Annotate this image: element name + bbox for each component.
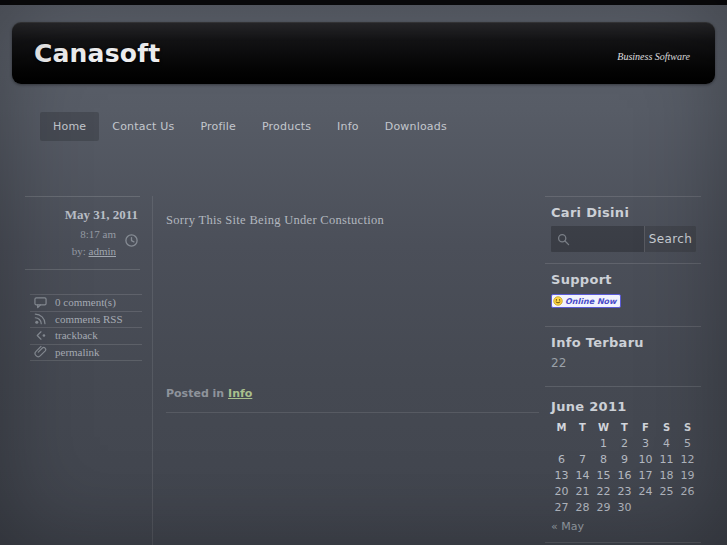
calendar-day: 30: [614, 499, 635, 515]
calendar-weekday: S: [656, 419, 677, 435]
permalink-icon: [34, 345, 47, 358]
search-icon: [557, 233, 570, 246]
category-link[interactable]: Info: [228, 387, 252, 400]
trackback-icon: [34, 329, 47, 342]
nav-item-info[interactable]: Info: [324, 112, 372, 141]
calendar-table: M T W T F S S 1 2 3: [551, 419, 698, 515]
post-divider: [166, 412, 539, 413]
nav-item-home[interactable]: Home: [40, 112, 99, 141]
search-widget-title: Cari Disini: [551, 205, 701, 220]
permalink-link[interactable]: permalink: [30, 345, 142, 362]
calendar-day: 18: [656, 467, 677, 483]
comments-link[interactable]: 0 comment(s): [30, 295, 142, 312]
calendar-day: 27: [551, 499, 572, 515]
search-bar: Search: [551, 226, 696, 252]
calendar-day: [551, 435, 572, 451]
post-date-block: May 31, 2011 8:17 am by: admin: [25, 196, 140, 270]
calendar-weekday: S: [677, 419, 698, 435]
main-nav: Home Contact Us Profile Products Info Do…: [40, 112, 460, 141]
calendar-day: [635, 499, 656, 515]
calendar-day: 15: [593, 467, 614, 483]
calendar-day: 19: [677, 467, 698, 483]
calendar-day: 11: [656, 451, 677, 467]
smiley-icon: [553, 296, 563, 306]
calendar-day: 1: [593, 435, 614, 451]
calendar-day: 13: [551, 467, 572, 483]
calendar-day: 28: [572, 499, 593, 515]
site-header: Canasoft Business Software: [12, 22, 715, 84]
calendar-day: 25: [656, 483, 677, 499]
calendar-week-row: 20 21 22 23 24 25 26: [551, 483, 698, 499]
info-terbaru-link[interactable]: 22: [551, 356, 701, 370]
trackback-label: trackback: [55, 329, 98, 341]
calendar-day: 4: [656, 435, 677, 451]
calendar-day: 14: [572, 467, 593, 483]
trackback-link[interactable]: trackback: [30, 328, 142, 345]
calendar-day: 20: [551, 483, 572, 499]
support-widget-title: Support: [551, 272, 701, 287]
calendar-day: 16: [614, 467, 635, 483]
calendar-day: 6: [551, 451, 572, 467]
by-label: by:: [72, 245, 86, 257]
calendar-day: 24: [635, 483, 656, 499]
calendar-day: 3: [635, 435, 656, 451]
info-terbaru-title: Info Terbaru: [551, 335, 701, 350]
search-button[interactable]: Search: [644, 226, 696, 252]
calendar-weekday-row: M T W T F S S: [551, 419, 698, 435]
post-date: May 31, 2011: [25, 207, 140, 223]
calendar-day: 12: [677, 451, 698, 467]
post-footer: Posted in Info: [166, 387, 252, 400]
rss-icon: [34, 312, 47, 325]
post-time: 8:17 am: [25, 228, 140, 240]
calendar-day: 2: [614, 435, 635, 451]
comments-icon: [34, 296, 47, 309]
calendar-day: 17: [635, 467, 656, 483]
calendar-week-row: 1 2 3 4 5: [551, 435, 698, 451]
calendar-weekday: T: [614, 419, 635, 435]
nav-item-profile[interactable]: Profile: [187, 112, 249, 141]
calendar-day: [572, 435, 593, 451]
calendar-weekday: M: [551, 419, 572, 435]
ym-status-label: Online Now: [565, 297, 616, 306]
support-widget: Support Online Now: [545, 263, 701, 326]
site-title: Canasoft: [34, 39, 160, 68]
clock-icon: [124, 233, 139, 248]
page: Canasoft Business Software Home Contact …: [0, 0, 727, 545]
info-terbaru-widget: Info Terbaru 22: [545, 326, 701, 386]
calendar-day: 7: [572, 451, 593, 467]
calendar-day: 21: [572, 483, 593, 499]
post-body-text: Sorry This Site Being Under Constuction: [166, 213, 539, 228]
calendar-weekday: W: [593, 419, 614, 435]
nav-item-products[interactable]: Products: [249, 112, 324, 141]
comments-rss-link[interactable]: comments RSS: [30, 312, 142, 329]
calendar-week-row: 27 28 29 30: [551, 499, 698, 515]
calendar-day: 23: [614, 483, 635, 499]
search-input-wrap: [551, 226, 644, 252]
calendar-title: June 2011: [551, 399, 701, 414]
search-input[interactable]: [574, 232, 644, 246]
sidebar: Cari Disini Search Support Online Now: [545, 196, 701, 545]
search-widget: Cari Disini Search: [545, 196, 701, 263]
calendar-day: [656, 499, 677, 515]
calendar-day: 9: [614, 451, 635, 467]
calendar-prev-month-link[interactable]: « May: [551, 520, 584, 533]
calendar-day: 22: [593, 483, 614, 499]
calendar-week-row: 13 14 15 16 17 18 19: [551, 467, 698, 483]
permalink-label: permalink: [55, 346, 100, 358]
author-link[interactable]: admin: [89, 245, 117, 257]
calendar-day: 10: [635, 451, 656, 467]
calendar-day: 5: [677, 435, 698, 451]
site-tagline: Business Software: [617, 51, 690, 62]
calendar-weekday: T: [572, 419, 593, 435]
calendar-weekday: F: [635, 419, 656, 435]
post-meta-list: 0 comment(s) comments RSS trackback perm…: [30, 294, 142, 361]
posted-in-label: Posted in: [166, 387, 224, 400]
post-content: Sorry This Site Being Under Constuction …: [152, 196, 539, 545]
nav-item-contact-us[interactable]: Contact Us: [99, 112, 187, 141]
ym-status-badge[interactable]: Online Now: [551, 294, 621, 308]
calendar-widget: June 2011 M T W T F S S: [545, 386, 701, 542]
post-author-line: by: admin: [25, 245, 140, 257]
post-meta-column: May 31, 2011 8:17 am by: admin 0 comment…: [20, 196, 152, 361]
nav-item-downloads[interactable]: Downloads: [372, 112, 460, 141]
calendar-day: 26: [677, 483, 698, 499]
